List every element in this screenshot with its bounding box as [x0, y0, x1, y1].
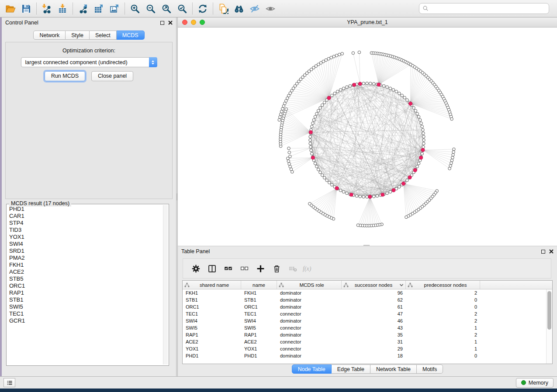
- cell-predecessor-nodes: 1: [406, 339, 480, 344]
- optimization-criterion-label: Optimization criterion:: [6, 48, 172, 54]
- list-item[interactable]: SWI4: [9, 241, 162, 248]
- network-canvas[interactable]: [178, 28, 557, 246]
- column-header-successor-nodes[interactable]: successor nodes: [342, 281, 406, 289]
- cell-mcds-role: connector: [277, 311, 342, 316]
- mcds-list-scrollbar[interactable]: [163, 205, 168, 364]
- list-item[interactable]: SWI5: [9, 303, 162, 310]
- table-row[interactable]: YOX1YOX1connector291: [183, 345, 552, 352]
- list-item[interactable]: RAP1: [9, 289, 162, 296]
- cell-name: ACE2: [241, 339, 277, 344]
- cell-shared-name: YOX1: [183, 346, 241, 351]
- table-scrollbar-thumb[interactable]: [547, 291, 551, 330]
- cell-shared-name: TEC1: [183, 311, 241, 316]
- zoom-fit-button[interactable]: [159, 2, 174, 15]
- select-all-button[interactable]: [221, 262, 235, 275]
- export-image-button[interactable]: [107, 2, 122, 15]
- cell-mcds-role: dominator: [277, 290, 342, 296]
- import-table-icon: [57, 3, 68, 14]
- splitter-handle[interactable]: [176, 193, 177, 200]
- cell-shared-name: ORC1: [183, 304, 241, 309]
- list-item[interactable]: TEC1: [9, 310, 162, 317]
- export-image-icon: [109, 3, 120, 14]
- minimize-window-icon[interactable]: [191, 20, 196, 25]
- column-type-icon: [408, 282, 413, 288]
- list-item[interactable]: STP4: [9, 220, 162, 227]
- list-item[interactable]: CAR1: [9, 213, 162, 220]
- columns-button[interactable]: [205, 262, 218, 275]
- list-item[interactable]: YOX1: [9, 234, 162, 241]
- mcds-result-list[interactable]: PHD1CAR1STP4TID3YOX1SWI4SRD1PMA2FKH1ACE2…: [9, 206, 162, 364]
- table-row[interactable]: STB1STB1dominator620: [183, 296, 552, 303]
- table-row[interactable]: RAP1RAP1dominator352: [183, 331, 552, 338]
- list-item[interactable]: GCR1: [9, 317, 162, 324]
- table-row[interactable]: ACE2ACE2connector311: [183, 338, 552, 345]
- list-item[interactable]: ORC1: [9, 282, 162, 289]
- table-scrollbar[interactable]: [546, 289, 552, 364]
- zoom-selected-icon: [177, 3, 187, 14]
- tab-network-table[interactable]: Network Table: [370, 364, 417, 374]
- refresh-button[interactable]: [195, 2, 211, 15]
- tab-style[interactable]: Style: [66, 31, 90, 40]
- list-item[interactable]: SRD1: [9, 248, 162, 254]
- close-table-panel-icon[interactable]: [549, 249, 554, 254]
- tab-network[interactable]: Network: [33, 31, 66, 40]
- zoom-in-button[interactable]: [127, 2, 143, 15]
- add-button[interactable]: [254, 262, 267, 275]
- cell-successor-nodes: 61: [342, 304, 406, 309]
- table-row[interactable]: SWI4SWI4dominator462: [183, 317, 552, 324]
- memory-button[interactable]: Memory: [516, 378, 554, 388]
- export-table-button[interactable]: [91, 2, 107, 15]
- tab-edge-table[interactable]: Edge Table: [332, 364, 370, 374]
- table-row[interactable]: PHD1PHD1dominator180: [183, 352, 552, 359]
- table-body: FKH1FKH1dominator962STB1STB1dominator620…: [183, 289, 552, 359]
- open-button[interactable]: [3, 2, 18, 15]
- column-header-shared-name[interactable]: shared name: [183, 281, 241, 289]
- export-network-button[interactable]: [75, 2, 91, 15]
- task-history-button[interactable]: [3, 378, 15, 387]
- list-item[interactable]: TID3: [9, 227, 162, 234]
- first-neighbors-button[interactable]: [231, 2, 247, 15]
- delete-table-button: [286, 262, 299, 275]
- delete-button[interactable]: [270, 262, 283, 275]
- column-header-mcds-role[interactable]: MCDS role: [277, 281, 342, 289]
- tab-mcds[interactable]: MCDS: [117, 31, 145, 40]
- float-panel-icon[interactable]: [160, 21, 164, 25]
- column-header-predecessor-nodes[interactable]: predecessor nodes: [406, 281, 480, 289]
- table-row[interactable]: FKH1FKH1dominator962: [183, 289, 552, 296]
- tab-select[interactable]: Select: [90, 31, 117, 40]
- cell-predecessor-nodes: 0: [406, 304, 480, 309]
- criterion-dropdown[interactable]: largest connected component (undirected): [21, 57, 157, 67]
- table-row[interactable]: ORC1ORC1dominator610: [183, 303, 552, 310]
- tab-node-table[interactable]: Node Table: [292, 364, 332, 374]
- save-button[interactable]: [18, 2, 34, 15]
- import-network-button[interactable]: [39, 2, 55, 15]
- table-row[interactable]: TEC1TEC1connector472: [183, 310, 552, 317]
- import-table-button[interactable]: [55, 2, 70, 15]
- table-row[interactable]: SWI5SWI5connector431: [183, 324, 552, 331]
- maximize-window-icon[interactable]: [200, 20, 205, 25]
- list-item[interactable]: PHD1: [9, 206, 162, 213]
- list-item[interactable]: PMA2: [9, 254, 162, 261]
- network-graph[interactable]: [178, 28, 557, 246]
- gear-button[interactable]: [189, 262, 202, 275]
- tab-motifs[interactable]: Motifs: [417, 364, 443, 374]
- search-box[interactable]: [419, 3, 549, 14]
- zoom-out-button[interactable]: [143, 2, 159, 15]
- search-input[interactable]: [429, 6, 546, 12]
- network-window-titlebar[interactable]: YPA_prune.txt_1: [178, 17, 557, 28]
- close-window-icon[interactable]: [182, 20, 187, 25]
- close-panel-button[interactable]: Close panel: [91, 71, 133, 81]
- clear-selection-button[interactable]: [238, 262, 251, 275]
- list-item[interactable]: ACE2: [9, 268, 162, 275]
- duplicate-network-button[interactable]: [215, 2, 231, 15]
- list-item[interactable]: STB1: [9, 296, 162, 303]
- float-table-panel-icon[interactable]: [541, 250, 545, 254]
- show-all-button[interactable]: [263, 2, 278, 15]
- list-item[interactable]: FKH1: [9, 261, 162, 268]
- list-item[interactable]: STB5: [9, 275, 162, 282]
- zoom-selected-button[interactable]: [174, 2, 190, 15]
- column-header-name[interactable]: name: [241, 281, 277, 289]
- hide-selected-button[interactable]: [247, 2, 263, 15]
- close-panel-icon[interactable]: [168, 21, 173, 25]
- run-mcds-button[interactable]: Run MCDS: [45, 71, 85, 81]
